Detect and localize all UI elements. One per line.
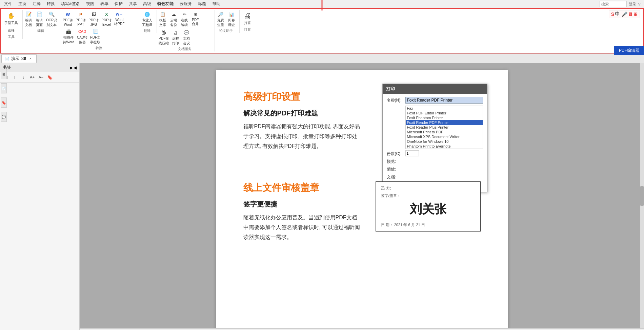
doc-meeting-btn[interactable]: 💬 文档 会议	[181, 28, 192, 46]
print-dialog: 打印 名称(N): Foxit Reader PDF Printer	[382, 84, 487, 192]
print-copies-row: 份数(C):	[387, 150, 483, 157]
printer-fax[interactable]: Fax	[406, 106, 483, 111]
menu-form[interactable]: 表单	[98, 0, 111, 7]
sidebar-icon-3[interactable]: 🔖	[1, 97, 7, 108]
edit-doc-btn[interactable]: 📝 编辑 文档	[23, 10, 34, 28]
panel-expand-btn[interactable]: ▶	[70, 65, 73, 70]
read-survey-btn[interactable]: 📊 阅卷 调查	[226, 10, 237, 28]
edit-page-icon: 📄	[36, 10, 43, 18]
bookmark-down-btn[interactable]: ↓	[20, 73, 27, 81]
ribbon-group-edit: 📝 编辑 文档 📄 编辑 页面 🔍 OCR识 别文本 编辑	[23, 10, 61, 33]
scrollbar-thumb[interactable]	[640, 186, 644, 206]
printer-foxit-editor[interactable]: Foxit PDF Editor Printer	[406, 111, 483, 115]
login-text[interactable]: 登录	[629, 2, 636, 7]
special-functions-ribbon: ✋ 手型工具 选择 工具 📝 编辑 文档 📄	[0, 8, 644, 53]
menu-home[interactable]: 主页	[16, 0, 29, 7]
bookmark-tag-btn[interactable]: 🔖	[46, 73, 54, 81]
ocr-btn[interactable]: 🔍 OCR识 别文本	[45, 10, 58, 28]
meeting-icon: 💬	[183, 29, 190, 36]
print-copies-label: 份数(C):	[387, 150, 405, 157]
template-btn[interactable]: 📋 模板 文库	[158, 10, 168, 28]
section1-title: 高级打印设置	[243, 90, 362, 103]
printer-ms-pdf[interactable]: Microsoft Print to PDF	[406, 130, 483, 134]
ribbon-group-tools: ✋ 手型工具 选择 工具	[3, 10, 23, 39]
hand-tool-btn[interactable]: ✋ 手型工具	[3, 10, 20, 26]
section2-text: 线上文件审核盖章 签字更便捷 随着无纸化办公应用普及。当遇到使用PDF文档中需要…	[243, 181, 362, 256]
menu-title[interactable]: 标题	[195, 0, 209, 7]
cloud-icon: ☁	[170, 10, 177, 18]
menu-advanced[interactable]: 高级	[140, 0, 154, 7]
sidebar-icon-4[interactable]: 💬	[1, 112, 7, 122]
grid-icon[interactable]: ⊞	[633, 12, 638, 17]
online-edit-btn[interactable]: ✏ 在线 编辑	[179, 10, 189, 28]
check-icon: 🔎	[217, 10, 224, 18]
pdf-merge-btn[interactable]: ⊞ PDF 合并	[190, 10, 200, 28]
pdf-to-text-btn[interactable]: 📃 PDF文 字提取	[89, 27, 101, 45]
menu-annotate[interactable]: 注释	[30, 0, 43, 7]
doc-tab-active[interactable]: 📄 演示.pdf ×	[1, 54, 37, 63]
bookmark-up-btn[interactable]: ↑	[11, 73, 18, 81]
panel-close-btn[interactable]: ◀	[74, 65, 77, 70]
ribbon-group-translate: 🌐 专业人 工翻译 翻译	[140, 10, 157, 33]
online-edit-icon: ✏	[181, 10, 188, 18]
pdf-to-jpg-btn[interactable]: 🖼 PDF转 JPG	[87, 10, 100, 27]
red-arrow	[312, 0, 332, 12]
search-input[interactable]	[600, 1, 627, 7]
doc-tab-close[interactable]: ×	[28, 56, 33, 61]
left-side-panel: ⊞ 📄 🔖 💬	[0, 68, 7, 123]
sogou-area: S 中 🎤 🖥 ⊞	[609, 10, 640, 18]
menu-convert[interactable]: 转换	[44, 0, 58, 7]
free-check-btn[interactable]: 🔎 免费 查重	[216, 10, 226, 28]
pdf-compress-btn[interactable]: 🗜 PDF在 线压缩	[158, 28, 170, 46]
printer-foxit-reader-plus[interactable]: Foxit Reader Plus Printer	[406, 125, 483, 130]
print-name-value[interactable]: Foxit Reader PDF Printer	[405, 97, 483, 104]
printer-foxit-reader[interactable]: Foxit Reader PDF Printer	[406, 120, 483, 125]
menu-share[interactable]: 共享	[126, 0, 140, 7]
sig-box-visual: 乙 方: 签字/盖章： 刘关张 日 期： 2021 年 6 月 21 日	[376, 181, 481, 256]
sig-label: 签字/盖章：	[381, 193, 475, 198]
bookmark-font-down-btn[interactable]: A−	[37, 73, 45, 81]
select-tool-btn[interactable]: 选择	[3, 27, 20, 34]
monitor-icon[interactable]: 🖥	[628, 12, 633, 17]
pdf-scrollbar[interactable]	[640, 63, 644, 328]
cloud-backup-btn[interactable]: ☁ 云端 备份	[168, 10, 179, 28]
tab-icon: 📄	[5, 57, 9, 61]
pro-translate-btn[interactable]: 🌐 专业人 工翻译	[141, 10, 153, 28]
compress-icon: 🗜	[160, 29, 167, 36]
printer-onenote[interactable]: OneNote for Windows 10	[406, 139, 483, 144]
menu-fillsign[interactable]: 填写&签名	[58, 0, 83, 7]
printer-phantom-evernote[interactable]: Phantom Print to Evernote	[406, 144, 483, 149]
vip-text: V	[638, 2, 641, 6]
edit-page-btn[interactable]: 📄 编辑 页面	[34, 10, 44, 28]
menu-help[interactable]: 帮助	[209, 0, 223, 7]
bookmark-font-up-btn[interactable]: A+	[28, 73, 36, 81]
sogou-s: S	[611, 12, 614, 17]
word-to-pdf-icon: W→	[116, 10, 123, 18]
print-zoom-label: 缩放:	[387, 166, 405, 172]
menu-cloud[interactable]: 云服务	[177, 0, 195, 7]
printer-foxit-phantom[interactable]: Foxit Phantom Printer	[406, 115, 483, 120]
panel-toolbar: ⊞ ↑ ↓ A+ A− 🔖	[0, 72, 79, 83]
menu-special[interactable]: 特色功能	[155, 0, 176, 7]
pdf-editor-button[interactable]: PDF编辑器	[614, 46, 644, 55]
scan-btn[interactable]: 📠 扫描件 转Word	[62, 27, 75, 45]
print-dialog-title: 打印	[383, 84, 487, 94]
copies-input[interactable]	[405, 150, 419, 156]
menu-view[interactable]: 视图	[83, 0, 97, 7]
pdf-to-word-btn[interactable]: W PDF转 Word	[62, 10, 74, 27]
print-btn[interactable]: 🖨 打窗	[241, 10, 254, 26]
pdf-area[interactable]: 高级打印设置 解决常见的PDF打印难题 福昕PDF阅读器拥有强大的打印功能, 界…	[80, 63, 644, 330]
sidebar-icon-2[interactable]: 📄	[1, 83, 7, 93]
merge-icon: ⊞	[192, 10, 199, 18]
remote-print-icon: 🖨	[172, 29, 179, 36]
mic-icon[interactable]: 🎤	[622, 12, 627, 17]
remote-print-btn[interactable]: 🖨 远程 打印	[170, 28, 181, 46]
menu-protect[interactable]: 保护	[112, 0, 125, 7]
word-to-pdf-btn[interactable]: W→ Word 转PDF	[113, 10, 125, 27]
printer-ms-xps[interactable]: Microsoft XPS Document Writer	[406, 134, 483, 139]
menu-file[interactable]: 文件	[1, 0, 15, 7]
pdf-to-excel-btn[interactable]: X PDF转 Excel	[100, 10, 113, 27]
pdf-to-ppt-btn[interactable]: P PDF转 PPT	[75, 10, 87, 27]
cad-to-pdf-btn[interactable]: CAD CAD转 换器	[76, 27, 88, 45]
sidebar-icon-1[interactable]: ⊞	[1, 69, 7, 79]
